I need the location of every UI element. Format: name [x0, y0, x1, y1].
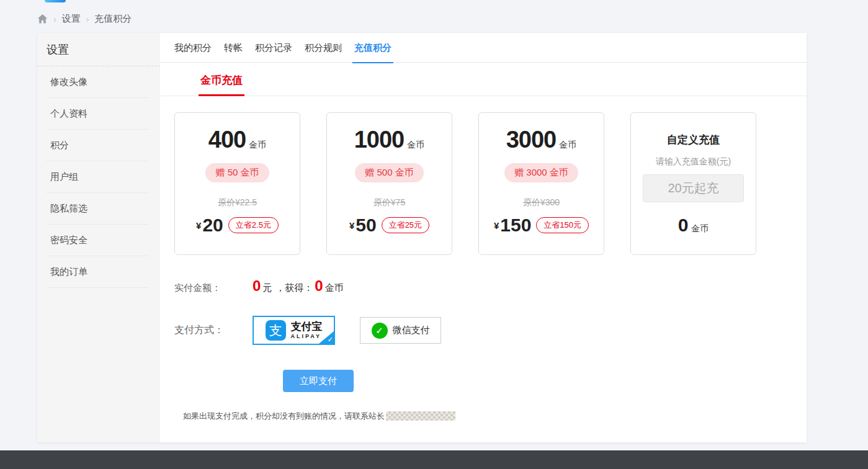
original-price: 原价¥75	[327, 197, 452, 208]
sidebar-item-avatar[interactable]: 修改头像	[47, 66, 149, 98]
alipay-icon: 支	[266, 320, 286, 341]
sidebar-item-profile[interactable]: 个人资料	[47, 98, 149, 130]
sidebar-item-points[interactable]: 积分	[47, 130, 149, 161]
sidebar-item-orders[interactable]: 我的订单	[47, 256, 149, 288]
original-price: 原价¥300	[479, 197, 604, 208]
redacted-contact	[386, 411, 455, 421]
sidebar-title: 设置	[37, 33, 160, 66]
tab-recharge-points[interactable]: 充值积分	[354, 33, 391, 63]
payment-summary: 实付金额： 0 元 ，获得： 0 金币	[160, 277, 807, 295]
alipay-subtitle: ALIPAY	[291, 334, 323, 339]
tab-my-points[interactable]: 我的积分	[174, 33, 212, 63]
sidebar-item-password[interactable]: 密码安全	[47, 225, 149, 256]
tab-transfer[interactable]: 转帐	[224, 33, 243, 63]
save-badge: 立省25元	[382, 217, 429, 233]
coin-gain-value: 0	[315, 277, 323, 295]
custom-amount-input[interactable]	[643, 174, 744, 202]
checkmark-icon: ✓	[328, 336, 333, 344]
payment-methods: 支付方式： 支 支付宝 ALIPAY ✓ ✓ 微信支付	[160, 316, 807, 345]
breadcrumb-item-current: 充值积分	[94, 13, 132, 25]
save-badge: 立省150元	[536, 217, 589, 233]
price-row: ¥ 20 立省2.5元	[175, 215, 300, 236]
bonus-badge: 赠 3000 金币	[504, 163, 578, 182]
subtab-bar: 金币充值	[160, 63, 807, 96]
pay-amount-value: 0	[253, 277, 261, 295]
tab-points-log[interactable]: 积分记录	[255, 33, 292, 63]
summary-label: 实付金额：	[174, 282, 253, 294]
home-icon[interactable]	[37, 14, 48, 24]
main-panel: 我的积分 转帐 积分记录 积分规则 充值积分 金币充值 400 金币 赠 50 …	[160, 33, 807, 442]
sidebar-item-usergroup[interactable]: 用户组	[47, 161, 149, 193]
alipay-name: 支付宝	[291, 321, 323, 332]
price-row: ¥ 150 立省150元	[479, 215, 604, 236]
payment-option-alipay[interactable]: 支 支付宝 ALIPAY ✓	[253, 316, 335, 345]
wechat-name: 微信支付	[393, 324, 430, 336]
tab-bar: 我的积分 转帐 积分记录 积分规则 充值积分	[160, 33, 807, 63]
breadcrumb-separator: ›	[53, 14, 56, 24]
coin-amount: 1000 金币	[327, 127, 452, 153]
custom-coin-amount: 0 金币	[631, 215, 756, 236]
save-badge: 立省2.5元	[228, 217, 279, 233]
tab-points-rules[interactable]: 积分规则	[305, 33, 342, 63]
breadcrumb: › 设置 › 充值积分	[37, 0, 132, 33]
recharge-options: 400 金币 赠 50 金币 原价¥22.5 ¥ 20 立省2.5元 1000 …	[160, 96, 807, 255]
sidebar-item-privacy[interactable]: 隐私筛选	[47, 193, 149, 225]
custom-title: 自定义充值	[631, 133, 756, 147]
recharge-card-custom[interactable]: 自定义充值 请输入充值金额(元) 0 金币	[630, 112, 756, 255]
support-note: 如果出现支付完成，积分却没有到账的情况，请联系站长	[183, 411, 807, 422]
footer-bar	[0, 450, 868, 469]
wechat-pay-icon: ✓	[372, 323, 388, 339]
bonus-badge: 赠 50 金币	[205, 163, 269, 182]
content-panel: 设置 修改头像 个人资料 积分 用户组 隐私筛选 密码安全 我的订单 我的积分 …	[37, 33, 807, 442]
bonus-badge: 赠 500 金币	[355, 163, 423, 182]
payment-option-wechat[interactable]: ✓ 微信支付	[360, 317, 441, 344]
coin-amount: 3000 金币	[479, 127, 604, 153]
custom-hint: 请输入充值金额(元)	[631, 156, 756, 168]
tab-gold-recharge[interactable]: 金币充值	[199, 73, 244, 96]
recharge-card-1000[interactable]: 1000 金币 赠 500 金币 原价¥75 ¥ 50 立省25元	[326, 112, 452, 255]
price-row: ¥ 50 立省25元	[327, 215, 452, 236]
breadcrumb-separator: ›	[86, 14, 89, 24]
pay-now-button[interactable]: 立即支付	[283, 370, 354, 392]
original-price: 原价¥22.5	[175, 197, 300, 208]
breadcrumb-item-settings[interactable]: 设置	[62, 13, 81, 25]
payment-label: 支付方式：	[174, 324, 253, 337]
recharge-card-3000[interactable]: 3000 金币 赠 3000 金币 原价¥300 ¥ 150 立省150元	[478, 112, 604, 255]
sidebar: 设置 修改头像 个人资料 积分 用户组 隐私筛选 密码安全 我的订单	[37, 33, 160, 442]
coin-amount: 400 金币	[175, 127, 300, 153]
recharge-card-400[interactable]: 400 金币 赠 50 金币 原价¥22.5 ¥ 20 立省2.5元	[174, 112, 300, 255]
